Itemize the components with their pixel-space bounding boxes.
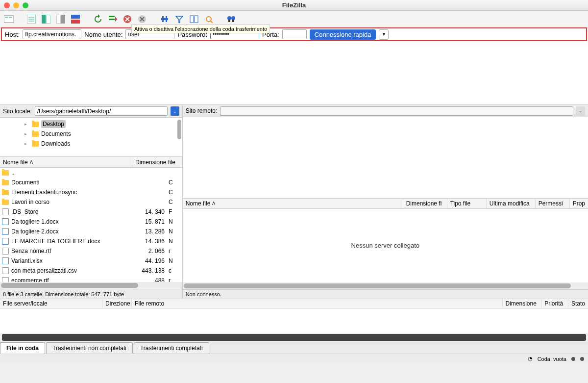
scrollbar-thumb[interactable]: [1, 283, 138, 288]
filter-icon[interactable]: [173, 13, 185, 25]
file-type: N: [169, 238, 178, 245]
toggle-log-icon[interactable]: [25, 13, 37, 25]
queue-hscroll[interactable]: [2, 334, 586, 341]
file-row[interactable]: Lavori in corsoC: [0, 197, 182, 207]
tab-failed[interactable]: Trasferimenti non completati: [46, 342, 133, 354]
col-remote[interactable]: File remoto: [132, 299, 502, 308]
col-status[interactable]: Stato: [568, 299, 588, 308]
sort-arrow-icon: ᐱ: [212, 201, 215, 206]
file-icon: [2, 218, 9, 225]
toggle-queue-icon[interactable]: [70, 13, 81, 25]
file-row[interactable]: LE MARCHE DA TOGLIERE.docx14. 386N: [0, 236, 182, 246]
quickconnect-dropdown[interactable]: ▼: [379, 29, 389, 40]
disclosure-icon[interactable]: ▸: [24, 141, 29, 146]
file-type: N: [169, 228, 178, 235]
file-size: 488: [134, 277, 169, 282]
svg-rect-1: [5, 17, 8, 18]
local-tree[interactable]: ▸ Desktop ▸ Documents ▸ Downloads: [0, 118, 182, 157]
col-local[interactable]: File server/locale: [0, 299, 102, 308]
file-size: 2. 066: [134, 248, 169, 255]
queue-list[interactable]: [0, 308, 588, 333]
tree-item-desktop[interactable]: ▸ Desktop: [0, 119, 182, 129]
tree-label: Documents: [41, 130, 71, 137]
activity-dot-2: [580, 357, 584, 361]
tab-successful[interactable]: Trasferimenti completati: [134, 342, 209, 354]
file-name: ecommerce.rtf: [11, 277, 49, 282]
reconnect-icon[interactable]: [159, 13, 171, 25]
col-name[interactable]: Nome fileᐱ: [0, 157, 132, 167]
toggle-remote-tree-icon[interactable]: [55, 13, 67, 25]
local-path-dropdown[interactable]: ⌄: [171, 106, 179, 116]
remote-status: Non connesso.: [183, 289, 588, 299]
status-footer: ◔ Coda: vuota: [0, 354, 588, 363]
file-row[interactable]: Senza nome.rtf2. 066r: [0, 246, 182, 256]
compare-icon[interactable]: [188, 13, 200, 25]
svg-rect-24: [166, 16, 167, 22]
col-size[interactable]: Dimensione fi: [403, 199, 447, 208]
minimize-button[interactable]: [13, 2, 19, 8]
file-name: ..: [11, 169, 15, 176]
port-input[interactable]: [282, 29, 307, 39]
file-name: Documenti: [11, 179, 39, 186]
col-type[interactable]: Tipo file: [447, 199, 487, 208]
file-row[interactable]: Varianti.xlsx44. 196N: [0, 256, 182, 266]
file-row[interactable]: ..: [0, 168, 182, 178]
col-perms[interactable]: Permessi: [536, 199, 570, 208]
local-hscroll[interactable]: [0, 282, 182, 289]
remote-pane: Sito remoto: ⌄ Nome fileᐱ Dimensione fi …: [183, 105, 588, 299]
file-name: .DS_Store: [11, 208, 38, 215]
col-modified[interactable]: Ultima modifica: [487, 199, 536, 208]
activity-dot-1: [571, 357, 575, 361]
zoom-button[interactable]: [23, 2, 28, 8]
window-title: FileZilla: [282, 1, 306, 9]
file-row[interactable]: ecommerce.rtf488r: [0, 276, 182, 282]
sync-browse-icon[interactable]: [203, 13, 215, 25]
svg-point-28: [206, 17, 211, 22]
col-size[interactable]: Dimensione file: [132, 157, 182, 167]
message-log[interactable]: [0, 41, 588, 105]
host-input[interactable]: [23, 29, 81, 39]
tree-item-documents[interactable]: ▸ Documents: [0, 129, 182, 139]
remote-path-input[interactable]: [220, 106, 573, 116]
local-path-input[interactable]: [35, 106, 168, 116]
svg-rect-33: [232, 20, 234, 22]
file-type: r: [169, 277, 178, 282]
toolbar: Attiva o disattiva l'elaborazione della …: [0, 11, 588, 27]
remote-site-label: Sito remoto:: [186, 107, 218, 114]
col-owner[interactable]: Prop: [570, 199, 588, 208]
local-site-label: Sito locale:: [3, 108, 32, 115]
col-priority[interactable]: Priorità: [541, 299, 568, 308]
toggle-local-tree-icon[interactable]: [40, 13, 52, 25]
scrollbar-thumb[interactable]: [177, 120, 181, 139]
file-row[interactable]: DocumentiC: [0, 178, 182, 187]
file-row[interactable]: .DS_Store14. 340F: [0, 207, 182, 217]
tab-queued[interactable]: File in coda: [0, 342, 45, 354]
col-name[interactable]: Nome fileᐱ: [183, 199, 403, 208]
file-row[interactable]: Da togliere 1.docx15. 871N: [0, 217, 182, 227]
file-row[interactable]: con meta persalizzati.csv443. 138c: [0, 266, 182, 276]
scrollbar-thumb[interactable]: [184, 283, 571, 288]
col-direction[interactable]: Direzione: [102, 299, 132, 308]
close-button[interactable]: [4, 2, 10, 8]
refresh-icon[interactable]: [92, 13, 104, 25]
local-file-list[interactable]: ..DocumentiCElementi trasferiti.nosyncCL…: [0, 168, 182, 282]
search-icon[interactable]: [225, 13, 237, 25]
file-row[interactable]: Da togliere 2.docx13. 286N: [0, 227, 182, 236]
disconnect-icon[interactable]: [136, 13, 148, 25]
file-row[interactable]: Elementi trasferiti.nosyncC: [0, 187, 182, 197]
file-icon: [2, 208, 9, 215]
cancel-icon[interactable]: [122, 13, 133, 25]
disclosure-icon[interactable]: ▸: [24, 131, 29, 136]
svg-rect-8: [46, 15, 50, 24]
quickconnect-button[interactable]: Connessione rapida: [310, 29, 376, 40]
file-icon: [2, 267, 9, 274]
remote-path-dropdown[interactable]: ⌄: [576, 106, 585, 116]
sitemanager-icon[interactable]: [3, 13, 15, 25]
remote-tree[interactable]: [183, 117, 588, 198]
tree-item-downloads[interactable]: ▸ Downloads: [0, 139, 182, 149]
remote-hscroll[interactable]: [183, 282, 588, 289]
process-queue-icon[interactable]: [107, 13, 119, 25]
col-size[interactable]: Dimensione: [503, 299, 542, 308]
remote-file-list[interactable]: Nessun server collegato: [183, 209, 588, 282]
disclosure-icon[interactable]: ▸: [24, 122, 29, 127]
